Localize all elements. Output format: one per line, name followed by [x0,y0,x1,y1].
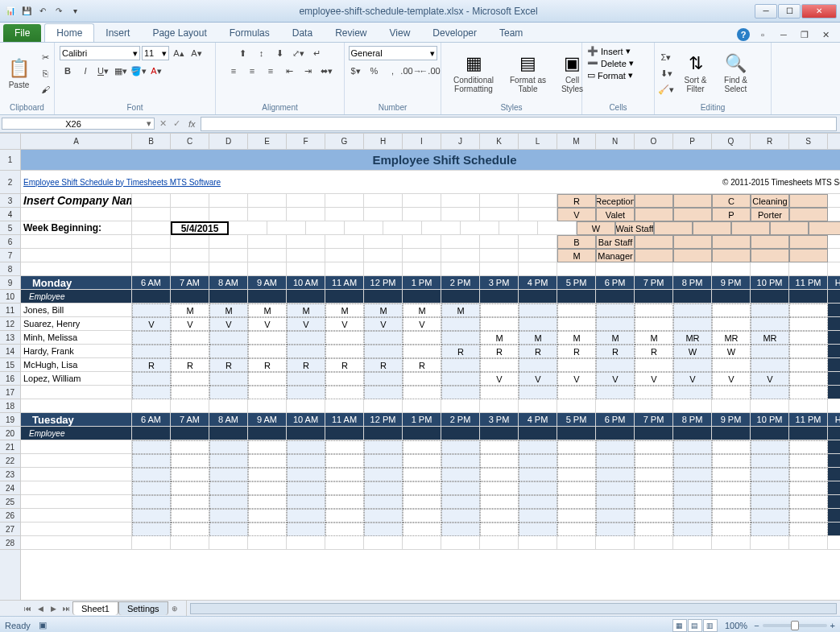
cell[interactable] [480,249,519,262]
cell[interactable] [596,399,635,413]
cell[interactable] [789,536,828,550]
cell[interactable]: Employee [21,290,132,304]
cell[interactable]: Lopez, William [21,372,132,386]
cell[interactable] [538,221,577,235]
column-header[interactable]: C [171,134,209,149]
cell[interactable]: MR [712,331,751,345]
select-all-corner[interactable] [0,134,20,150]
cell[interactable] [712,235,751,249]
cell[interactable] [751,399,789,413]
cell[interactable]: 10 PM [751,413,789,427]
borders-icon[interactable]: ▦▾ [113,64,129,78]
cell[interactable]: 0 [828,523,840,536]
cell[interactable] [364,454,403,468]
cell[interactable] [21,208,132,221]
cell[interactable] [171,495,209,509]
wrap-text-icon[interactable]: ↵ [309,46,325,60]
horizontal-scrollbar[interactable] [190,603,837,614]
name-box[interactable]: ▾ [2,118,155,130]
cell[interactable] [287,331,325,345]
cell[interactable] [789,331,828,345]
cell[interactable] [596,523,635,536]
cell[interactable] [403,495,441,509]
cell[interactable] [248,440,287,454]
cell[interactable] [635,481,673,495]
cell[interactable] [132,235,171,249]
cell[interactable] [751,304,789,317]
cell[interactable] [364,495,403,509]
align-bottom-icon[interactable]: ⬇ [272,46,288,60]
cell[interactable]: 8 PM [673,413,712,427]
cell[interactable] [673,440,712,454]
cell[interactable] [403,262,441,276]
cell[interactable]: R [557,194,596,208]
row-header[interactable]: 11 [0,304,20,317]
cell[interactable] [635,290,673,304]
cell[interactable] [325,386,364,399]
cell[interactable] [364,427,403,440]
underline-button[interactable]: U▾ [95,64,111,78]
cell[interactable] [673,358,712,372]
cell[interactable] [132,345,171,358]
cell[interactable] [519,235,557,249]
row-header[interactable]: 24 [0,481,20,495]
row-header[interactable]: 6 [0,235,20,249]
font-color-icon[interactable]: A▾ [148,64,164,78]
cell[interactable] [557,317,596,331]
cell[interactable] [635,468,673,481]
cell[interactable]: R [209,358,248,372]
tab-insert[interactable]: Insert [94,24,141,42]
cell[interactable] [673,194,712,208]
cell[interactable] [673,495,712,509]
cell[interactable] [789,262,828,276]
cell[interactable] [422,221,461,235]
cell[interactable] [248,372,287,386]
cell[interactable]: M [596,331,635,345]
shrink-font-icon[interactable]: A▾ [188,46,205,60]
cell[interactable] [171,454,209,468]
decrease-decimal-icon[interactable]: ←.00 [422,64,438,78]
cell[interactable] [480,481,519,495]
cell[interactable] [557,290,596,304]
cell[interactable] [673,509,712,523]
cell[interactable] [21,386,132,399]
row-header[interactable]: 26 [0,509,20,523]
cell[interactable] [364,194,403,208]
cell[interactable]: Suarez, Henry [21,317,132,331]
find-select-button[interactable]: 🔍Find & Select [717,52,755,95]
cell[interactable] [248,194,287,208]
cell[interactable] [248,399,287,413]
cell[interactable] [132,536,171,550]
cell[interactable]: M [287,304,325,317]
cell[interactable] [248,454,287,468]
cell[interactable] [325,523,364,536]
cell[interactable] [441,331,480,345]
cell[interactable] [441,536,480,550]
cell[interactable] [441,249,480,262]
accounting-format-icon[interactable]: $▾ [348,64,364,78]
cell[interactable] [132,331,171,345]
cell[interactable] [828,249,840,262]
zoom-in-icon[interactable]: + [830,621,835,630]
cell[interactable] [712,399,751,413]
cell[interactable] [673,208,712,221]
column-header[interactable]: G [325,134,364,149]
cell[interactable]: 6 PM [596,413,635,427]
cell[interactable] [364,249,403,262]
cell[interactable]: V [248,317,287,331]
cell[interactable] [403,372,441,386]
cell[interactable] [751,345,789,358]
cell[interactable] [673,481,712,495]
cell[interactable] [403,427,441,440]
cell[interactable]: Hours [828,276,840,290]
align-top-icon[interactable]: ⬆ [235,46,251,60]
cell[interactable]: V [403,317,441,331]
cell[interactable] [403,536,441,550]
cell[interactable] [828,536,840,550]
cell[interactable]: 11 PM [789,276,828,290]
cell[interactable] [364,345,403,358]
format-as-table-button[interactable]: ▤Format as Table [505,52,551,95]
macro-record-icon[interactable]: ▣ [39,620,47,630]
cell[interactable] [673,427,712,440]
cell[interactable]: M [403,304,441,317]
